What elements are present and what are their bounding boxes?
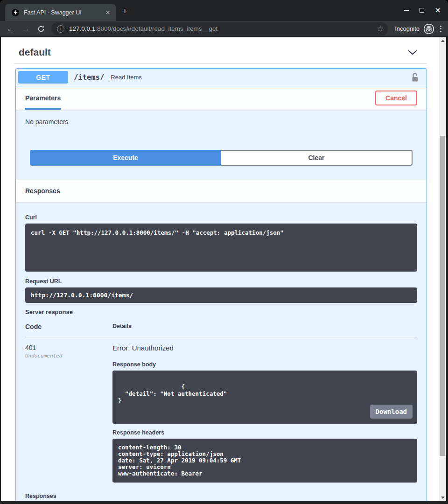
method-badge: GET: [18, 71, 68, 84]
page-viewport: default GET /items/ Read Items Parameter…: [1, 37, 446, 501]
section-divider: [14, 63, 427, 64]
execute-button[interactable]: Execute: [30, 150, 221, 166]
documented-responses-label: Responses: [25, 493, 417, 499]
response-status-code: 401: [25, 344, 112, 351]
scroll-up-button[interactable]: [439, 37, 446, 44]
tab-close-button[interactable]: ✕: [104, 8, 112, 17]
undocumented-label: Undocumented: [25, 353, 112, 359]
navigation-toolbar: ← → i 127.0.0.1:8000/docs#/default/read_…: [0, 21, 448, 37]
new-tab-button[interactable]: +: [122, 7, 127, 15]
operation-summary[interactable]: GET /items/ Read Items: [16, 69, 427, 86]
section-title: default: [19, 47, 51, 58]
window-close-button[interactable]: ✕: [433, 6, 442, 14]
curl-label: Curl: [25, 214, 417, 221]
parameters-tab[interactable]: Parameters: [25, 86, 61, 110]
parameters-header: Parameters Cancel: [16, 86, 427, 110]
scrollbar[interactable]: [439, 37, 446, 501]
fastapi-logo-icon: [12, 9, 19, 16]
response-body-block: { "detail": "Not authenticated" } Downlo…: [112, 371, 417, 424]
server-response-table: Code Details 401 Undocumented Error: Una…: [25, 323, 417, 483]
server-response-label: Server response: [25, 308, 417, 315]
url-text[interactable]: 127.0.0.1:8000/docs#/default/read_items_…: [69, 25, 373, 32]
request-url-label: Request URL: [25, 278, 417, 285]
browser-window: Fast API - Swagger UI ✕ + ✕ ← → i 127.0.…: [0, 0, 448, 504]
url-host: 127.0.0.1: [69, 25, 95, 32]
url-path: :8000/docs#/default/read_items_items__ge…: [95, 25, 217, 32]
cancel-button[interactable]: Cancel: [375, 91, 417, 105]
page-info-icon[interactable]: i: [57, 25, 64, 33]
operation-summary-text: Read Items: [111, 74, 411, 81]
operation-path: /items/: [74, 73, 104, 82]
response-headers-label: Response headers: [112, 429, 417, 436]
server-response-row: 401 Undocumented Error: Unauthorized Res…: [25, 337, 417, 483]
details-column-header: Details: [112, 323, 417, 330]
auth-lock-open-icon[interactable]: [411, 72, 419, 83]
browser-menu-icon[interactable]: [440, 26, 441, 32]
incognito-icon: [423, 23, 434, 35]
section-default-header[interactable]: default: [1, 37, 439, 63]
execute-row: Execute Clear: [16, 138, 427, 180]
chevron-down-icon[interactable]: [407, 49, 418, 55]
back-button[interactable]: ←: [7, 24, 14, 34]
response-body-json: { "detail": "Not authenticated" }: [118, 383, 227, 404]
request-url-value: http://127.0.0.1:8000/items/: [25, 287, 417, 303]
reload-button[interactable]: [37, 25, 45, 33]
scroll-down-button[interactable]: [439, 494, 446, 501]
address-bar[interactable]: i 127.0.0.1:8000/docs#/default/read_item…: [51, 22, 388, 35]
response-body-label: Response body: [112, 361, 417, 368]
code-column-header: Code: [25, 323, 112, 330]
forward-button[interactable]: →: [22, 24, 30, 34]
swagger-page: default GET /items/ Read Items Parameter…: [1, 37, 439, 501]
scroll-thumb[interactable]: [440, 136, 445, 456]
response-headers-text: content-length: 30 content-type: applica…: [112, 439, 417, 483]
bookmark-star-icon[interactable]: ☆: [377, 24, 384, 34]
operation-block: GET /items/ Read Items Parameters Cancel…: [15, 68, 427, 501]
response-description: Error: Unauthorized: [112, 344, 417, 352]
responses-inner: Curl curl -X GET "http://127.0.0.1:8000/…: [16, 202, 427, 501]
curl-command[interactable]: curl -X GET "http://127.0.0.1:8000/items…: [25, 224, 417, 272]
minimize-button[interactable]: [401, 6, 411, 14]
no-parameters-text: No parameters: [16, 110, 427, 138]
responses-section-header: Responses: [16, 180, 427, 202]
incognito-label: Incognito: [395, 25, 420, 32]
clear-button[interactable]: Clear: [221, 150, 413, 166]
tab-bar: Fast API - Swagger UI ✕ + ✕: [0, 0, 448, 21]
maximize-button[interactable]: [417, 6, 427, 14]
browser-tab[interactable]: Fast API - Swagger UI ✕: [5, 4, 116, 21]
tab-title: Fast API - Swagger UI: [24, 9, 104, 16]
download-button[interactable]: Download: [370, 405, 413, 419]
